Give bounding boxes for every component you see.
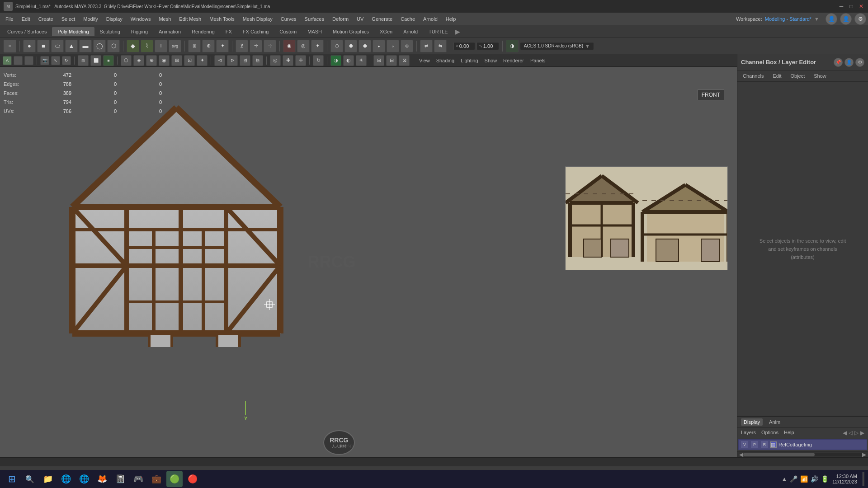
- tab-sculpting[interactable]: Sculpting: [94, 27, 126, 36]
- transform-x-value[interactable]: 0.00: [459, 43, 473, 49]
- text-tool[interactable]: T: [155, 40, 167, 52]
- vp-render2[interactable]: ◑: [330, 55, 341, 66]
- tab-motion-graphics[interactable]: Motion Graphics: [327, 27, 374, 36]
- vp-shade3[interactable]: ⊕: [146, 55, 157, 66]
- file-explorer-btn[interactable]: 📁: [40, 471, 56, 487]
- menu-mesh[interactable]: Mesh: [155, 15, 175, 23]
- tab-channels[interactable]: Channels: [741, 72, 765, 80]
- render-icon2[interactable]: ◎: [297, 40, 310, 52]
- vp-shade7[interactable]: ✦: [197, 55, 208, 66]
- user-icon2[interactable]: 👤: [840, 13, 852, 25]
- vp-view-4way[interactable]: ⊵: [252, 55, 263, 66]
- maya-taskbar-btn[interactable]: 🟢: [166, 471, 183, 487]
- show-menu[interactable]: Show: [482, 57, 500, 64]
- volume-icon[interactable]: 🔊: [811, 475, 818, 483]
- tab-arrow-right[interactable]: ▶: [453, 28, 462, 35]
- panels-menu[interactable]: Panels: [528, 57, 548, 64]
- tab-mash[interactable]: MASH: [302, 27, 327, 36]
- nurbs-sphere[interactable]: ◆: [127, 40, 139, 52]
- layer-arrow-prev[interactable]: ◀: [843, 430, 847, 436]
- tab-show[interactable]: Show: [812, 72, 828, 80]
- magnet-tool[interactable]: ⊹: [264, 40, 276, 52]
- channel-pin-icon[interactable]: 📌: [834, 58, 843, 67]
- layer-arrow-next2[interactable]: ▶: [860, 430, 864, 436]
- sym-icon1[interactable]: ⇌: [420, 40, 433, 52]
- scene-3d[interactable]: [27, 85, 344, 347]
- steam-btn[interactable]: 🎮: [130, 471, 146, 487]
- platonic-tool[interactable]: ⬡: [107, 40, 120, 52]
- display-solid-btn[interactable]: ■: [103, 55, 114, 66]
- vp-render1[interactable]: ↻: [313, 55, 324, 66]
- vp-snap1[interactable]: ◎: [270, 55, 281, 66]
- tab-edit[interactable]: Edit: [771, 72, 783, 80]
- layers-menu-help[interactable]: Help: [784, 430, 794, 436]
- vp-snap3[interactable]: ✛: [295, 55, 306, 66]
- tab-anim[interactable]: Anim: [766, 418, 783, 426]
- deform-tool[interactable]: ✦: [216, 40, 229, 52]
- channel-gear-icon[interactable]: ⚙: [855, 58, 864, 67]
- tab-rigging[interactable]: Rigging: [126, 27, 153, 36]
- vp-snap2[interactable]: ✚: [283, 55, 293, 66]
- sel-icon4[interactable]: ⬥: [373, 40, 385, 52]
- layers-menu-options[interactable]: Options: [761, 430, 778, 436]
- wifi-icon[interactable]: 📶: [800, 475, 808, 483]
- maximize-button[interactable]: □: [848, 3, 854, 9]
- menu-mesh-display[interactable]: Mesh Display: [239, 15, 276, 23]
- tab-object[interactable]: Object: [788, 72, 807, 80]
- chrome-btn[interactable]: 🌐: [76, 471, 92, 487]
- tab-curves-surfaces[interactable]: Curves / Surfaces: [2, 27, 52, 36]
- attr-tool[interactable]: ⊕: [202, 40, 215, 52]
- tab-poly-modeling[interactable]: Poly Modeling: [52, 27, 94, 36]
- vp-render4[interactable]: ☀: [356, 55, 367, 66]
- menu-windows[interactable]: Windows: [127, 15, 155, 23]
- mic-icon[interactable]: 🎤: [790, 475, 797, 483]
- close-button[interactable]: ✕: [858, 3, 864, 9]
- vp-shade4[interactable]: ◉: [159, 55, 170, 66]
- vp-shade5[interactable]: ⊠: [171, 55, 182, 66]
- tab-arnold[interactable]: Arnold: [398, 27, 423, 36]
- sym-icon2[interactable]: ⇋: [434, 40, 447, 52]
- vp-shade6[interactable]: ⊡: [184, 55, 195, 66]
- channel-user-icon[interactable]: 👤: [844, 58, 854, 67]
- menu-curves[interactable]: Curves: [277, 15, 300, 23]
- tab-custom[interactable]: Custom: [274, 27, 302, 36]
- transform-mode-btn[interactable]: [14, 56, 23, 65]
- menu-help[interactable]: Help: [442, 15, 460, 23]
- battery-icon[interactable]: 🔋: [821, 475, 829, 483]
- scroll-track[interactable]: [743, 453, 862, 456]
- cam-icon1[interactable]: 📷: [40, 56, 49, 65]
- vp-shade1[interactable]: ⬡: [121, 55, 132, 66]
- layer-color-swatch[interactable]: ▦: [770, 441, 777, 448]
- tab-xgen[interactable]: XGen: [374, 27, 398, 36]
- workspace-dropdown-icon[interactable]: ▼: [814, 16, 819, 22]
- render-icon3[interactable]: ✦: [311, 40, 324, 52]
- show-desktop-btn[interactable]: [863, 472, 864, 486]
- vp-view-side[interactable]: ⊴: [240, 55, 250, 66]
- vp-view-persp[interactable]: ⊲: [214, 55, 225, 66]
- layer-arrow-prev2[interactable]: ◁: [849, 430, 853, 436]
- settings-icon[interactable]: ⚙: [854, 13, 866, 25]
- layer-reference-toggle[interactable]: R: [760, 441, 769, 449]
- viewport-content[interactable]: RRCG Verts: 472 0 0 Edges: 788 0 0 Faces…: [0, 67, 737, 457]
- tab-animation[interactable]: Animation: [153, 27, 186, 36]
- layer-visibility-toggle[interactable]: V: [741, 441, 749, 449]
- render-preview-btn[interactable]: ◑: [506, 40, 519, 52]
- tab-fx-caching[interactable]: FX Caching: [237, 27, 274, 36]
- layer-playback-toggle[interactable]: P: [750, 441, 759, 449]
- menu-edit-mesh[interactable]: Edit Mesh: [175, 15, 205, 23]
- menu-surfaces[interactable]: Surfaces: [301, 15, 328, 23]
- grid-tool[interactable]: ⊞: [188, 40, 201, 52]
- cube-tool[interactable]: ■: [37, 40, 50, 52]
- renderer-menu[interactable]: Renderer: [500, 57, 527, 64]
- scroll-left-arrow[interactable]: ◀: [739, 451, 743, 458]
- display-wire-btn[interactable]: ⬜: [90, 55, 101, 66]
- vp-view-top[interactable]: ⊳: [227, 55, 238, 66]
- cam-icon3[interactable]: ↻: [62, 56, 71, 65]
- onenote-btn[interactable]: 📓: [112, 471, 128, 487]
- sel-icon5[interactable]: ⬦: [387, 40, 399, 52]
- menu-modify[interactable]: Modify: [80, 15, 101, 23]
- tab-display[interactable]: Display: [741, 418, 763, 426]
- layers-menu-layers[interactable]: Layers: [741, 430, 756, 436]
- torus-tool[interactable]: ◯: [93, 40, 106, 52]
- color-mode-value[interactable]: ACES 1.0 SDR-video (sRGB): [524, 43, 583, 48]
